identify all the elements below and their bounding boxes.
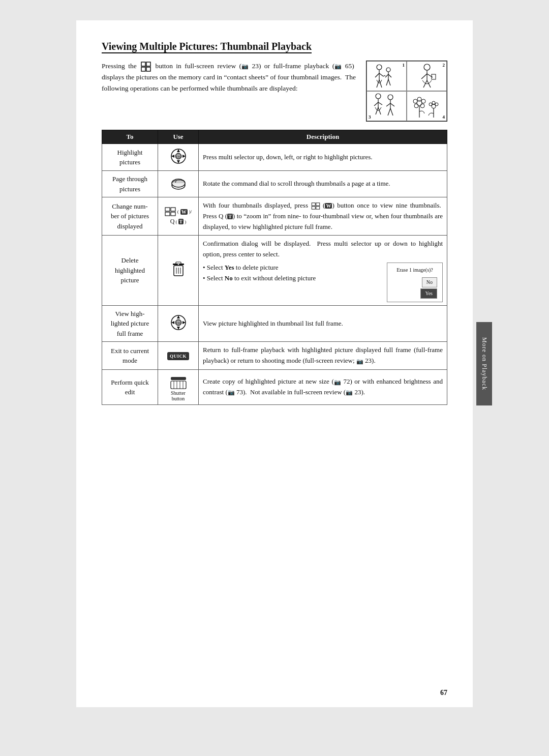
desc-quick-edit: Create copy of highlighted picture at ne… <box>199 370 447 405</box>
table-row: View high-lighted picturefull frame OK V… <box>102 305 447 342</box>
svg-line-34 <box>390 103 394 106</box>
svg-rect-62 <box>165 212 170 216</box>
svg-rect-3 <box>146 67 150 71</box>
svg-line-13 <box>385 74 388 77</box>
svg-point-42 <box>420 104 424 108</box>
to-exit-mode: Exit to currentmode <box>102 342 158 370</box>
svg-line-20 <box>421 74 427 79</box>
svg-point-45 <box>432 101 435 104</box>
thumb-number-2: 2 <box>443 63 445 68</box>
shutter-label-2: button <box>172 396 185 401</box>
svg-line-33 <box>386 103 390 106</box>
svg-rect-84 <box>171 381 186 389</box>
header-use: Use <box>158 130 199 144</box>
svg-line-30 <box>378 107 381 114</box>
svg-line-7 <box>375 73 379 77</box>
svg-line-17 <box>383 75 385 76</box>
svg-point-39 <box>421 99 425 103</box>
svg-rect-67 <box>316 207 319 209</box>
svg-rect-61 <box>171 208 175 211</box>
page-title: Viewing Multiple Pictures: Thumbnail Pla… <box>102 41 312 53</box>
desc-page-through: Rotate the command dial to scroll throug… <box>199 171 447 197</box>
header-to: To <box>102 130 158 144</box>
svg-rect-63 <box>171 212 175 216</box>
to-quick-edit: Perform quickedit <box>102 370 158 405</box>
desc-exit-mode: Return to full-frame playback with highl… <box>199 342 447 370</box>
use-quick-edit: Shutter button <box>158 370 199 405</box>
svg-line-29 <box>376 107 378 114</box>
erase-dialog-options: No Yes <box>392 277 437 299</box>
use-delete <box>158 236 199 306</box>
desc-view-full-frame: View picture highlighted in thumbnail li… <box>199 305 447 342</box>
page-number: 67 <box>440 689 447 697</box>
svg-point-74 <box>177 264 179 265</box>
use-view-full-frame: OK <box>158 305 199 342</box>
side-tab: More on Playback <box>476 322 492 405</box>
svg-point-11 <box>386 68 390 72</box>
svg-rect-83 <box>171 377 186 380</box>
to-change-num: Change num-ber of picturesdisplayed <box>102 197 158 236</box>
use-highlight-pictures: OK <box>158 144 199 171</box>
thumb-cell-1: 1 <box>367 61 407 91</box>
svg-line-27 <box>374 102 378 106</box>
to-delete: Deletehighlightedpicture <box>102 236 158 306</box>
svg-point-47 <box>429 103 432 106</box>
ref-icon-2: 📷 <box>334 62 342 71</box>
thumb-cell-2: 2 <box>407 61 447 91</box>
svg-line-28 <box>378 102 382 105</box>
svg-point-40 <box>413 99 417 103</box>
ref-icon-quick-3: 📷 <box>346 388 353 397</box>
ref-icon-exit: 📷 <box>356 357 363 366</box>
shutter-icon: Shutter button <box>162 373 194 401</box>
erase-yes-button[interactable]: Yes <box>420 288 437 299</box>
delete-text: • Select Yes to delete picture • Select … <box>203 263 382 284</box>
svg-point-5 <box>377 65 382 70</box>
use-change-num: ( W )/ Q ( T ) <box>158 197 199 236</box>
thumb-cell-4: 4 <box>407 91 447 121</box>
svg-line-36 <box>390 108 393 115</box>
svg-rect-60 <box>165 208 170 211</box>
table-row: Exit to currentmode QUICK Return to full… <box>102 342 447 370</box>
desc-delete: Confirmation dialog will be displayed. P… <box>199 236 447 306</box>
page-container: Viewing Multiple Pictures: Thumbnail Pla… <box>76 20 473 707</box>
thumb-number-1: 1 <box>403 63 405 68</box>
svg-line-16 <box>388 79 390 85</box>
svg-rect-2 <box>141 67 145 71</box>
table-row: Highlightpictures OK <box>102 144 447 171</box>
erase-dialog-title: Erase 1 image(s)? <box>392 266 437 274</box>
ref-icon-quick-2: 📷 <box>228 388 235 397</box>
svg-text:W: W <box>145 65 147 68</box>
table-row: Page throughpictures Rotate the command … <box>102 171 447 197</box>
thumb-number-3: 3 <box>369 114 371 120</box>
use-page-through <box>158 171 199 197</box>
svg-rect-65 <box>316 203 319 206</box>
svg-point-25 <box>376 94 381 99</box>
erase-dialog: Erase 1 image(s)? No Yes <box>387 263 443 302</box>
thumb-number-4: 4 <box>443 114 445 120</box>
ref-icon-1: 📷 <box>241 62 249 71</box>
shutter-label: Shutter <box>171 390 186 396</box>
desc-change-num: With four thumbnails displayed, press (W… <box>199 197 447 236</box>
table-header-row: To Use Description <box>102 130 447 144</box>
ref-icon-quick-1: 📷 <box>334 378 341 387</box>
svg-line-15 <box>386 79 388 85</box>
operations-table: To Use Description Highlightpictures <box>102 130 447 405</box>
to-view-full-frame: View high-lighted picturefull frame <box>102 305 158 342</box>
desc-highlight-pictures: Press multi selector up, down, left, or … <box>199 144 447 171</box>
thumbnail-grid: 1 2 <box>366 61 447 122</box>
svg-text:OK: OK <box>176 322 180 325</box>
svg-rect-64 <box>312 203 315 206</box>
table-row: Deletehighlightedpicture <box>102 236 447 306</box>
to-highlight-pictures: Highlightpictures <box>102 144 158 171</box>
thumb-cell-3: 3 <box>367 91 407 121</box>
header-description: Description <box>199 130 447 144</box>
svg-line-35 <box>388 108 390 115</box>
svg-point-18 <box>424 64 430 70</box>
to-page-through: Page throughpictures <box>102 171 158 197</box>
table-row: Perform quickedit Shut <box>102 370 447 405</box>
erase-no-button[interactable]: No <box>422 277 437 287</box>
svg-rect-66 <box>312 207 315 209</box>
svg-line-8 <box>379 73 383 76</box>
table-row: Change num-ber of picturesdisplayed ( <box>102 197 447 236</box>
thumbnail-button-icon: W <box>140 62 155 70</box>
